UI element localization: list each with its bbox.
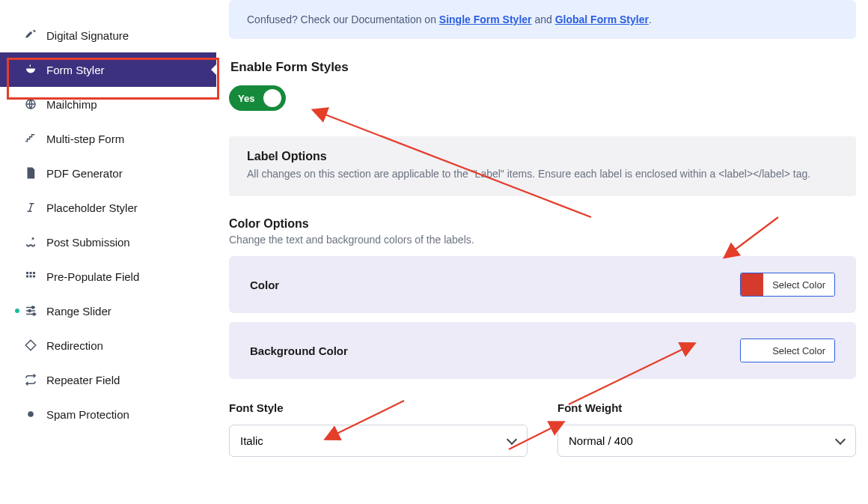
info-link-single[interactable]: Single Form Styler: [439, 13, 532, 25]
sidebar-item-digital-signature[interactable]: Digital Signature: [0, 18, 216, 52]
pdf-icon: [24, 166, 37, 180]
sidebar-item-spam[interactable]: Spam Protection: [0, 397, 216, 431]
sidebar-item-label: Redirection: [46, 339, 103, 352]
bg-color-label: Background Color: [250, 344, 348, 357]
color-options-desc: Change the text and background colors of…: [229, 234, 856, 246]
svg-rect-2: [26, 272, 28, 274]
sidebar-item-label: Placeholder Styler: [46, 201, 138, 214]
sidebar-item-label: Mailchimp: [46, 98, 97, 111]
color-options-title: Color Options: [229, 217, 856, 231]
main-content: Confused? Check our Documentation on Sin…: [217, 0, 868, 504]
color-label: Color: [250, 279, 279, 291]
sidebar-item-repeater[interactable]: Repeater Field: [0, 362, 216, 397]
font-style-select[interactable]: Italic: [229, 425, 528, 457]
steps-icon: [24, 132, 37, 145]
bug-icon: [24, 407, 37, 421]
font-style-label: Font Style: [229, 401, 528, 414]
sidebar-item-label: PDF Generator: [46, 167, 123, 180]
globe-icon: [24, 97, 37, 111]
svg-point-11: [28, 411, 34, 417]
info-banner: Confused? Check our Documentation on Sin…: [229, 0, 856, 39]
color-picker-text[interactable]: Select Color: [740, 273, 835, 297]
font-weight-label: Font Weight: [557, 401, 856, 414]
grid-icon: [24, 270, 37, 283]
enable-form-styles-title: Enable Form Styles: [230, 60, 856, 75]
bowl-icon: [24, 63, 37, 76]
sidebar-item-label: Digital Signature: [46, 29, 129, 42]
repeat-icon: [24, 373, 37, 386]
toggle-knob: [263, 89, 281, 107]
label-options-desc: All changes on this section are applicab…: [247, 168, 838, 180]
select-color-button[interactable]: Select Color: [763, 273, 834, 296]
sidebar-item-post-submission[interactable]: Post Submission: [0, 225, 216, 259]
sidebar-item-pdf[interactable]: PDF Generator: [0, 156, 216, 190]
diamond-icon: [24, 338, 37, 352]
sidebar-item-mailchimp[interactable]: Mailchimp: [0, 87, 216, 121]
active-dot-icon: [15, 309, 19, 313]
sidebar-item-label: Post Submission: [46, 236, 130, 249]
color-picker-bg[interactable]: Select Color: [740, 338, 835, 362]
sidebar-item-label: Repeater Field: [46, 374, 120, 386]
color-row-background: Background Color Select Color: [229, 322, 856, 379]
sidebar-item-label: Range Slider: [46, 305, 111, 318]
sidebar-item-label: Pre-Populate Field: [46, 270, 139, 283]
info-link-global[interactable]: Global Form Styler: [555, 13, 649, 25]
svg-rect-5: [26, 276, 28, 278]
sidebar-item-redirection[interactable]: Redirection: [0, 328, 216, 362]
svg-rect-3: [30, 272, 32, 274]
svg-point-9: [28, 310, 31, 312]
sidebar-item-label: Multi-step Form: [46, 133, 124, 145]
sidebar-item-range-slider[interactable]: Range Slider: [0, 294, 216, 328]
sidebar-item-label: Spam Protection: [46, 408, 129, 421]
sidebar-item-form-styler[interactable]: Form Styler: [0, 52, 216, 87]
color-row-text: Color Select Color: [229, 256, 856, 313]
color-swatch: [741, 273, 763, 296]
swimmer-icon: [24, 235, 37, 249]
info-text-mid: and: [534, 13, 554, 25]
font-style-col: Font Style Italic: [229, 401, 528, 457]
sidebar-item-prepopulate[interactable]: Pre-Populate Field: [0, 259, 216, 294]
svg-point-8: [32, 306, 34, 309]
svg-point-10: [33, 313, 35, 315]
select-bg-color-button[interactable]: Select Color: [763, 339, 834, 362]
svg-rect-7: [33, 276, 35, 278]
sidebar-item-placeholder[interactable]: Placeholder Styler: [0, 190, 216, 225]
info-text-prefix: Confused? Check our Documentation on: [247, 13, 439, 25]
color-options-section: Color Options Change the text and backgr…: [229, 217, 856, 379]
font-weight-select[interactable]: Normal / 400: [557, 425, 856, 457]
sidebar-item-multistep[interactable]: Multi-step Form: [0, 121, 216, 156]
color-swatch-empty: [741, 339, 763, 362]
sliders-icon: [24, 304, 37, 318]
sidebar-item-label: Form Styler: [46, 64, 105, 76]
label-options-panel: Label Options All changes on this sectio…: [229, 136, 856, 196]
font-row: Font Style Italic Font Weight Normal / 4…: [229, 401, 856, 457]
signature-icon: [24, 28, 37, 42]
svg-rect-6: [30, 276, 32, 278]
font-weight-col: Font Weight Normal / 400: [557, 401, 856, 457]
label-options-title: Label Options: [247, 150, 838, 163]
svg-point-1: [32, 237, 34, 240]
sidebar: Digital Signature Form Styler Mailchimp …: [0, 0, 217, 504]
info-text-suffix: .: [649, 13, 652, 25]
enable-toggle[interactable]: Yes: [229, 85, 286, 111]
toggle-label: Yes: [238, 93, 254, 104]
italic-icon: [24, 201, 37, 214]
svg-rect-4: [33, 272, 35, 274]
